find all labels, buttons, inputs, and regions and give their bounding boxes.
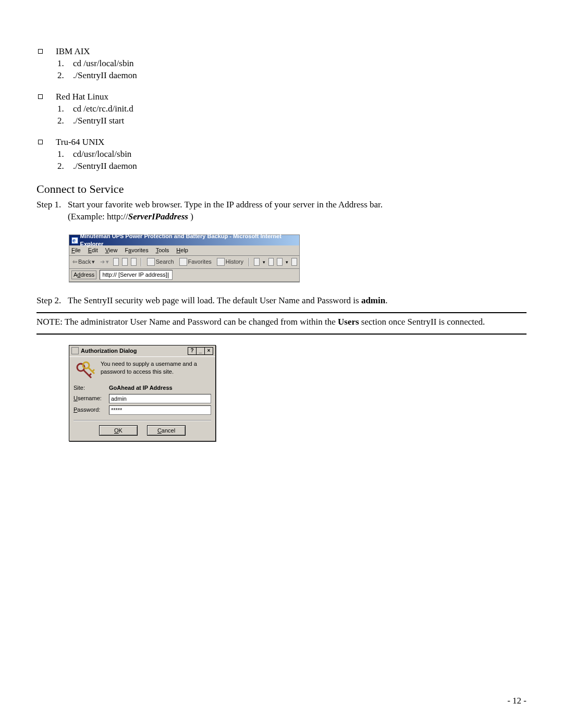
ie-logo-icon — [71, 237, 78, 244]
ie-addressbar: Address http:// [Server IP address] — [69, 269, 299, 281]
ie-menu-tools[interactable]: Tools — [156, 246, 169, 254]
command-text: ./SentryII daemon — [73, 161, 137, 172]
username-input[interactable]: admin — [109, 394, 211, 403]
cancel-button[interactable]: Cancel — [147, 425, 186, 436]
ie-menu-edit[interactable]: Edit — [88, 246, 98, 254]
command-text: ./SentryII start — [73, 115, 124, 127]
ie-home-icon[interactable] — [131, 258, 137, 266]
ie-browser-window: Minuteman UPS Power Protection and Batte… — [69, 235, 300, 282]
dialog-app-icon — [71, 347, 79, 354]
list-number: 1. — [57, 149, 73, 161]
os-name: Red Hat Linux — [56, 91, 527, 103]
bullet-icon — [36, 91, 56, 103]
favorites-icon — [179, 258, 187, 266]
auth-dialog-title: Authorization Dialog — [81, 347, 137, 355]
auth-dialog-message: You need to supply a username and a pass… — [101, 360, 211, 376]
os-name: Tru-64 UNIX — [56, 137, 527, 149]
os-name: IBM AIX — [56, 46, 527, 58]
list-number: 1. — [57, 58, 73, 70]
ie-stop-icon[interactable] — [113, 258, 119, 266]
svg-line-2 — [89, 374, 91, 376]
command-text: cd /etc/rc.d/init.d — [73, 103, 133, 115]
horizontal-rule — [36, 334, 527, 335]
ie-menu-favorites[interactable]: Favorites — [125, 246, 148, 254]
bullet-icon — [36, 137, 56, 149]
ok-button[interactable]: OK — [99, 425, 138, 436]
ie-toolbar: ⇦ Back ▾ ➔ ▾ Search Favorites History ▾ … — [69, 256, 299, 269]
password-input[interactable]: ***** — [109, 405, 211, 415]
ie-menu-file[interactable]: File — [71, 246, 81, 254]
ie-back-button[interactable]: ⇦ Back ▾ — [71, 258, 96, 266]
ie-title-text: Minuteman UPS Power Protection and Batte… — [80, 232, 297, 248]
ie-print-icon[interactable] — [268, 258, 274, 266]
command-text: cd/usr/local/sbin — [73, 149, 131, 161]
history-icon — [217, 258, 225, 266]
forward-arrow-icon: ➔ — [100, 258, 105, 266]
ie-discuss-icon[interactable] — [291, 258, 297, 266]
step-text: The SentryII security web page will load… — [68, 295, 527, 307]
site-label: Site: — [74, 384, 109, 392]
dropdown-arrow-icon: ▾ — [286, 259, 288, 265]
dialog-separator — [74, 420, 211, 421]
ie-history-button[interactable]: History — [216, 258, 244, 266]
ie-menu-help[interactable]: Help — [176, 246, 188, 254]
list-number: 2. — [57, 70, 73, 82]
ie-favorites-button[interactable]: Favorites — [178, 258, 213, 266]
note-text: NOTE: The administrator User Name and Pa… — [36, 316, 527, 328]
step-label: Step 1. — [36, 199, 68, 211]
toolbar-separator — [249, 258, 250, 266]
keys-icon — [74, 360, 97, 381]
ie-search-button[interactable]: Search — [146, 258, 175, 266]
username-label: Username: — [74, 394, 109, 402]
ie-menu-view[interactable]: View — [105, 246, 118, 254]
site-value: GoAhead at IP Address — [109, 384, 173, 392]
ie-address-input[interactable]: http:// [Server IP address] — [100, 270, 173, 280]
toolbar-separator — [141, 258, 142, 266]
ie-refresh-icon[interactable] — [122, 258, 128, 266]
help-button[interactable]: ? — [188, 347, 197, 355]
command-text: cd /usr/local/sbin — [73, 58, 134, 70]
ie-address-label: Address — [71, 270, 96, 279]
step-example: (Example: http://ServerIPaddress ) — [68, 211, 527, 223]
ie-word-icon[interactable] — [277, 258, 283, 266]
bullet-icon — [36, 46, 56, 58]
ie-titlebar: Minuteman UPS Power Protection and Batte… — [69, 235, 299, 245]
horizontal-rule — [36, 312, 527, 313]
password-label: Password: — [74, 406, 109, 414]
search-icon — [147, 258, 155, 266]
close-button[interactable]: × — [204, 347, 213, 355]
ie-mail-icon[interactable] — [254, 258, 260, 266]
minimize-button[interactable]: _ — [196, 347, 205, 355]
section-heading: Connect to Service — [36, 181, 527, 197]
list-number: 1. — [57, 103, 73, 115]
auth-dialog: Authorization Dialog ? _ × — [69, 345, 216, 441]
step-label: Step 2. — [36, 295, 68, 307]
list-number: 2. — [57, 161, 73, 172]
dropdown-arrow-icon: ▾ — [92, 258, 95, 266]
text-caret-icon — [168, 273, 168, 278]
auth-dialog-titlebar: Authorization Dialog ? _ × — [69, 346, 215, 357]
ie-forward-button[interactable]: ➔ ▾ — [99, 258, 110, 266]
page-number: - 12 - — [507, 695, 527, 707]
back-arrow-icon: ⇦ — [72, 258, 77, 266]
dropdown-arrow-icon: ▾ — [106, 258, 109, 266]
svg-line-5 — [92, 369, 94, 372]
list-number: 2. — [57, 115, 73, 127]
dropdown-arrow-icon: ▾ — [263, 259, 265, 265]
command-text: ./SentryII daemon — [73, 70, 137, 82]
step-text: Start your favorite web browser. Type in… — [68, 199, 527, 211]
